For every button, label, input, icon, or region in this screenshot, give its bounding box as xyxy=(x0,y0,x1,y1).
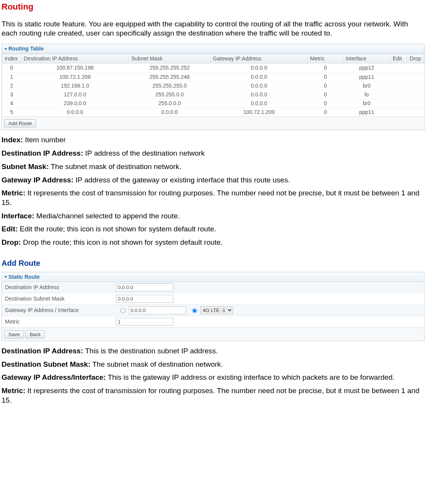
definition-text: IP address of the gateway or existing in… xyxy=(73,176,290,184)
definition-term: Subnet Mask: xyxy=(2,163,49,171)
table-row: 3127.0.0.0255.255.0.00.0.0.00lo xyxy=(2,90,424,99)
table-cell: 0 xyxy=(308,72,343,81)
table-cell: 127.0.0.0 xyxy=(21,90,129,99)
definition-term: Destination IP Address: xyxy=(2,149,83,157)
table-cell: 192.168.1.0 xyxy=(21,81,129,90)
definition-term: Metric: xyxy=(2,189,25,197)
static-route-footer: Save Back xyxy=(2,328,424,341)
gateway-ip-radio[interactable] xyxy=(121,308,126,313)
drop-cell xyxy=(407,81,424,90)
back-button[interactable]: Back xyxy=(26,330,45,338)
definition-text: This is the gateway IP address or existi… xyxy=(106,373,394,381)
definition-text: The subnet mask of destination network. xyxy=(49,163,181,171)
table-cell: ppp11 xyxy=(343,108,390,117)
definition-text: IP address of the destination network xyxy=(83,149,205,157)
table-row: 50.0.0.00.0.0.0100.72.1.2090ppp11 xyxy=(2,108,424,117)
table-cell: 0.0.0.0 xyxy=(211,63,308,72)
drop-cell xyxy=(407,72,424,81)
static-route-header: Static Route xyxy=(2,272,424,282)
definition-text: The subnet mask of destination network. xyxy=(90,360,223,368)
table-header: Metric xyxy=(308,54,343,63)
table-cell: 0 xyxy=(2,63,21,72)
table-cell: 255.255.255.0 xyxy=(129,81,210,90)
drop-cell xyxy=(407,108,424,117)
table-cell: 255.0.0.0 xyxy=(129,99,210,108)
definition: Drop: Drop the route; this icon is not s… xyxy=(2,238,424,247)
definition-term: Index: xyxy=(2,136,23,144)
gateway-ip-input[interactable] xyxy=(129,306,186,314)
definition-text: Edit the route; this icon is not shown f… xyxy=(18,225,216,233)
intro-paragraph: This is static route feature. You are eq… xyxy=(2,20,424,38)
table-header: Index xyxy=(2,54,21,63)
table-cell: 255.255.0.0 xyxy=(129,90,210,99)
static-route-title: Static Route xyxy=(8,274,40,280)
table-cell: 100.72.1.209 xyxy=(211,108,308,117)
drop-cell xyxy=(407,63,424,72)
gateway-interface-radio[interactable] xyxy=(192,308,197,313)
edit-cell xyxy=(390,63,407,72)
definition-text: Media/channel selected to append the rou… xyxy=(34,212,180,220)
table-cell: 0 xyxy=(308,63,343,72)
heading-add-route: Add Route xyxy=(2,258,424,268)
table-cell: 0.0.0.0 xyxy=(211,81,308,90)
definition-term: Destination Subnet Mask: xyxy=(2,360,90,368)
drop-cell xyxy=(407,90,424,99)
definition: Gateway IP Address: IP address of the ga… xyxy=(2,176,424,185)
table-header: Drop xyxy=(407,54,424,63)
collapse-icon[interactable] xyxy=(4,276,7,278)
definition-text: Item number xyxy=(23,136,66,144)
dest-mask-input[interactable] xyxy=(116,295,173,303)
routing-table-footer: Add Route xyxy=(2,117,424,130)
metric-input[interactable] xyxy=(116,318,173,326)
table-row: 4239.0.0.0255.0.0.00.0.0.00br0 xyxy=(2,99,424,108)
routing-table: IndexDestination IP AddressSubnet MaskGa… xyxy=(2,54,424,117)
table-cell: br0 xyxy=(343,99,390,108)
table-cell: lo xyxy=(343,90,390,99)
definition: Destination Subnet Mask: The subnet mask… xyxy=(2,360,424,369)
definition-term: Edit: xyxy=(2,225,18,233)
metric-label: Metric xyxy=(2,316,113,327)
table-row: 0100.87.150.196255.255.255.2520.0.0.00pp… xyxy=(2,63,424,72)
definition-term: Gateway IP Address/Interface: xyxy=(2,373,106,381)
definition-text: It represents the cost of transmission f… xyxy=(2,189,419,206)
static-route-form: Destination IP Address Destination Subne… xyxy=(2,282,424,328)
save-button[interactable]: Save xyxy=(4,330,24,338)
table-cell: 1 xyxy=(2,72,21,81)
definition-text: This is the destination subnet IP addres… xyxy=(83,347,218,355)
table-cell: 2 xyxy=(2,81,21,90)
table-cell: 100.87.150.196 xyxy=(21,63,129,72)
drop-cell xyxy=(407,99,424,108)
table-cell: 100.72.1.208 xyxy=(21,72,129,81)
table-row: 2192.168.1.0255.255.255.00.0.0.00br0 xyxy=(2,81,424,90)
dest-ip-label: Destination IP Address xyxy=(2,282,113,293)
table-header: Destination IP Address xyxy=(21,54,129,63)
table-cell: ppp12 xyxy=(343,63,390,72)
table-header: Interface xyxy=(343,54,390,63)
definition: Edit: Edit the route; this icon is not s… xyxy=(2,224,424,234)
gateway-interface-select[interactable]: 4G LTE -1 xyxy=(200,306,233,314)
table-cell: 5 xyxy=(2,108,21,117)
heading-routing: Routing xyxy=(2,2,424,13)
definition-term: Gateway IP Address: xyxy=(2,176,73,184)
definition-text: It represents the cost of transmission f… xyxy=(2,387,419,404)
gateway-label: Gateway IP Address / Interface xyxy=(2,304,113,316)
table-cell: 0 xyxy=(308,90,343,99)
definition: Gateway IP Address/Interface: This is th… xyxy=(2,373,424,382)
table-header: Subnet Mask xyxy=(129,54,210,63)
edit-cell xyxy=(390,81,407,90)
dest-mask-label: Destination Subnet Mask xyxy=(2,293,113,304)
routing-table-title: Routing Table xyxy=(8,46,44,52)
definition-term: Metric: xyxy=(2,387,25,395)
edit-cell xyxy=(390,90,407,99)
add-route-button[interactable]: Add Route xyxy=(4,119,36,127)
collapse-icon[interactable] xyxy=(4,48,7,50)
static-route-panel: Static Route Destination IP Address Dest… xyxy=(2,272,424,341)
table-cell: 0.0.0.0 xyxy=(211,99,308,108)
edit-cell xyxy=(390,108,407,117)
routing-table-header: Routing Table xyxy=(2,44,424,54)
definition: Destination IP Address: IP address of th… xyxy=(2,149,424,158)
dest-ip-input[interactable] xyxy=(116,283,173,291)
definition: Destination IP Address: This is the dest… xyxy=(2,346,424,356)
table-cell: 239.0.0.0 xyxy=(21,99,129,108)
table-cell: 3 xyxy=(2,90,21,99)
